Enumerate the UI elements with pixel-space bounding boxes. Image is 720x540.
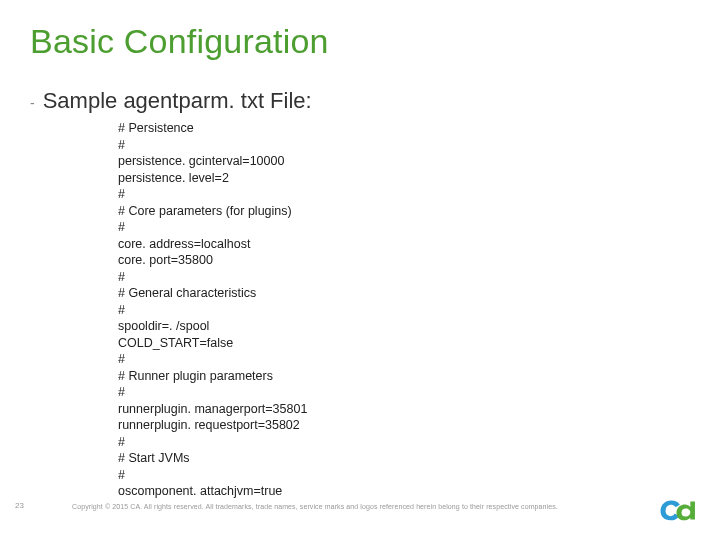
page-title: Basic Configuration: [30, 22, 329, 61]
page-number: 23: [15, 501, 24, 510]
bullet-dash: -: [30, 92, 35, 114]
subtitle: Sample agentparm. txt File:: [43, 88, 312, 114]
file-content: # Persistence # persistence. gcinterval=…: [118, 120, 307, 500]
ca-logo-icon: [658, 494, 700, 524]
slide: Basic Configuration - Sample agentparm. …: [0, 0, 720, 540]
copyright-text: Copyright © 2015 CA. All rights reserved…: [72, 503, 558, 510]
subtitle-row: - Sample agentparm. txt File:: [30, 88, 312, 114]
